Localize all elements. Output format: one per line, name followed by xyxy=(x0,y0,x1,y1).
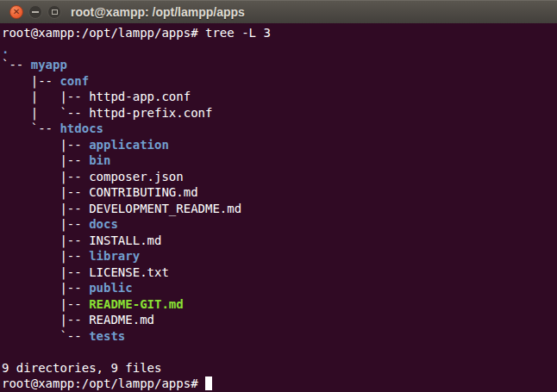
terminal-text: README-GIT.md xyxy=(89,297,184,311)
terminal-text: |-- CONTRIBUTING.md xyxy=(2,185,198,199)
terminal-text: |-- xyxy=(2,297,89,311)
terminal-text: | |-- httpd-app.conf xyxy=(2,90,191,103)
terminal-text: htdocs xyxy=(59,121,103,135)
terminal-text: |-- README.md xyxy=(2,313,154,327)
terminal-text: application xyxy=(89,138,169,152)
terminal-text: |-- xyxy=(2,138,89,152)
terminal-text: | `-- httpd-prefix.conf xyxy=(2,106,212,120)
terminal-text: library xyxy=(89,249,140,263)
terminal-line: `-- tests xyxy=(2,328,557,345)
terminal-line xyxy=(2,344,557,360)
terminal-cursor xyxy=(205,376,212,390)
terminal-line: |-- public xyxy=(2,280,557,296)
terminal-line: |-- DEVELOPMENT_README.md xyxy=(2,201,557,217)
terminal-line: |-- application xyxy=(2,137,557,153)
window-title: root@xampp: /opt/lampp/apps xyxy=(71,5,245,19)
terminal-text: |-- xyxy=(2,153,89,167)
terminal-line: |-- README.md xyxy=(2,312,557,328)
terminal-window: ✕ root@xampp: /opt/lampp/apps root@xampp… xyxy=(0,0,557,392)
terminal-line: |-- library xyxy=(2,248,557,264)
terminal-text: |-- LICENSE.txt xyxy=(2,265,169,279)
terminal-screen[interactable]: root@xampp:/opt/lampp/apps# tree -L 3.`-… xyxy=(0,23,557,392)
terminal-text: `-- xyxy=(2,329,89,343)
terminal-text: 9 directories, 9 files xyxy=(2,361,161,375)
terminal-output: root@xampp:/opt/lampp/apps# tree -L 3.`-… xyxy=(2,25,557,392)
terminal-text: bin xyxy=(89,153,110,167)
terminal-line: . xyxy=(2,41,557,58)
terminal-text: `-- xyxy=(2,121,59,135)
terminal-text: conf xyxy=(59,74,89,88)
maximize-button[interactable] xyxy=(47,5,61,19)
terminal-text: myapp xyxy=(31,58,67,72)
close-icon: ✕ xyxy=(13,8,20,16)
terminal-text: docs xyxy=(89,217,118,231)
terminal-line: root@xampp:/opt/lampp/apps# tree -L 3 xyxy=(2,25,557,41)
terminal-line: `-- htdocs xyxy=(2,121,557,137)
terminal-line: | |-- httpd-app.conf xyxy=(2,89,557,105)
minimize-button[interactable] xyxy=(28,5,42,19)
terminal-text: |-- xyxy=(2,281,89,295)
terminal-line: |-- conf xyxy=(2,73,557,90)
titlebar[interactable]: ✕ root@xampp: /opt/lampp/apps xyxy=(0,0,557,23)
terminal-line: |-- CONTRIBUTING.md xyxy=(2,184,557,201)
close-button[interactable]: ✕ xyxy=(9,5,23,19)
terminal-text: |-- xyxy=(2,74,59,88)
terminal-line: |-- LICENSE.txt xyxy=(2,264,557,281)
terminal-text: |-- xyxy=(2,249,89,263)
terminal-line: | `-- httpd-prefix.conf xyxy=(2,105,557,121)
terminal-line: |-- composer.json xyxy=(2,169,557,185)
terminal-line: `-- myapp xyxy=(2,57,557,73)
terminal-text: |-- INSTALL.md xyxy=(2,233,161,247)
terminal-line: |-- docs xyxy=(2,216,557,233)
terminal-text: |-- xyxy=(2,217,89,231)
terminal-line: root@xampp:/opt/lampp/apps# xyxy=(2,376,557,392)
terminal-text: . xyxy=(2,42,9,56)
terminal-text: root@xampp:/opt/lampp/apps# tree -L 3 xyxy=(2,26,271,40)
terminal-text: tests xyxy=(89,329,125,343)
terminal-text: public xyxy=(89,281,133,295)
terminal-text: |-- DEVELOPMENT_README.md xyxy=(2,202,241,215)
terminal-line: |-- INSTALL.md xyxy=(2,233,557,249)
terminal-text: `-- xyxy=(2,58,31,72)
terminal-line: 9 directories, 9 files xyxy=(2,360,557,376)
terminal-text: |-- composer.json xyxy=(2,170,184,184)
maximize-icon xyxy=(52,9,58,15)
terminal-line: |-- bin xyxy=(2,152,557,169)
terminal-line: |-- README-GIT.md xyxy=(2,296,557,313)
minimize-icon xyxy=(32,11,39,13)
terminal-text: root@xampp:/opt/lampp/apps# xyxy=(2,376,205,390)
